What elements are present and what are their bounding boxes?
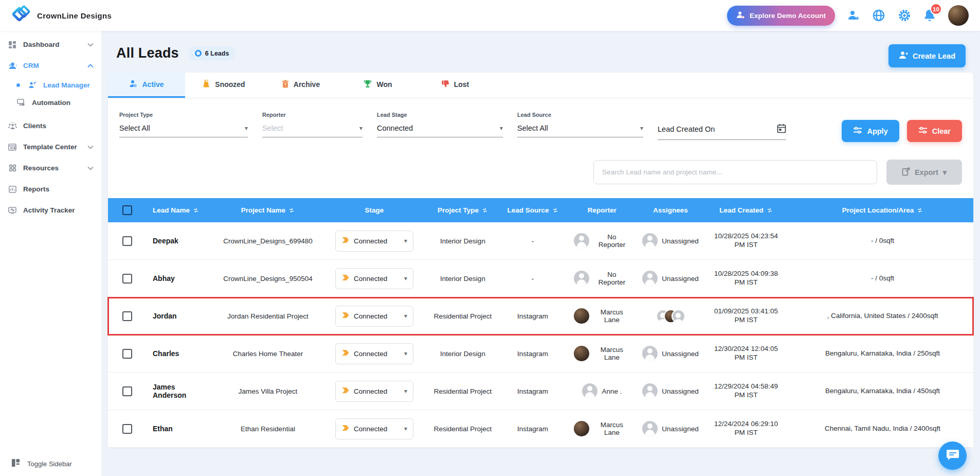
column-project-type[interactable]: Project Type xyxy=(438,206,479,214)
sidebar-item-activity-tracker[interactable]: Activity Tracker xyxy=(0,200,101,221)
explore-demo-account-button[interactable]: Explore Demo Account xyxy=(727,6,835,26)
lead-stage-filter-value: Connected xyxy=(377,124,413,132)
sidebar-item-template-center[interactable]: Template Center xyxy=(0,136,101,157)
project-name: CrownLine_Designs_699480 xyxy=(211,235,325,247)
chevron-down-icon: ▾ xyxy=(404,237,407,244)
apply-label: Apply xyxy=(867,127,887,135)
toggle-sidebar-button[interactable]: Toggle Sidebar xyxy=(0,459,101,469)
sort-icon[interactable] xyxy=(193,208,199,213)
row-checkbox[interactable] xyxy=(122,349,132,359)
stage-tag-icon xyxy=(341,387,350,395)
project-location: Bengaluru, Karnataka, India / 250sqft xyxy=(825,349,940,358)
row-checkbox[interactable] xyxy=(122,424,132,434)
reporter-name: No Reporter xyxy=(593,233,630,249)
apply-filters-button[interactable]: Apply xyxy=(842,120,899,142)
column-lead-name[interactable]: Lead Name xyxy=(153,206,190,214)
tab-lost[interactable]: Lost xyxy=(416,73,494,98)
tab-archive[interactable]: Archive xyxy=(262,73,339,98)
sidebar-item-automation[interactable]: Automation xyxy=(0,94,101,111)
brand-logo[interactable]: CrownLine Designs xyxy=(11,4,112,27)
trophy-icon xyxy=(364,80,372,90)
reporter-avatar-photo xyxy=(574,421,589,436)
sidebar-item-crm[interactable]: CRM xyxy=(0,55,101,76)
row-checkbox[interactable] xyxy=(122,386,132,396)
calendar-icon xyxy=(777,124,786,135)
row-checkbox[interactable] xyxy=(122,311,132,321)
tab-snoozed[interactable]: Snoozed xyxy=(185,73,262,98)
row-checkbox[interactable] xyxy=(122,236,132,246)
sort-icon[interactable] xyxy=(553,208,558,213)
gear-icon[interactable] xyxy=(898,9,911,22)
chevron-up-icon xyxy=(87,64,94,68)
sidebar-item-lead-manager[interactable]: Lead Manager xyxy=(0,76,101,94)
stage-dropdown[interactable]: Connected▾ xyxy=(335,343,413,364)
lead-source: Instagram xyxy=(502,423,564,435)
assignee-avatar-placeholder xyxy=(672,309,685,323)
active-person-icon xyxy=(129,80,137,89)
column-lead-created[interactable]: Lead Created xyxy=(719,206,764,214)
table-row[interactable]: Ethan Ethan Residential Connected▾ Resid… xyxy=(108,410,973,448)
lead-created-on-datepicker[interactable]: Lead Created On xyxy=(658,124,786,140)
stage-dropdown[interactable]: Connected▾ xyxy=(335,418,413,439)
explore-demo-label: Explore Demo Account xyxy=(750,12,826,20)
stage-dropdown[interactable]: Connected▾ xyxy=(335,306,413,327)
dashboard-grid-icon xyxy=(8,41,17,49)
lead-name: Ethan xyxy=(147,422,198,435)
stage-dropdown[interactable]: Connected▾ xyxy=(335,268,413,289)
table-row-highlighted[interactable]: Jordan Jordan Residential Project Connec… xyxy=(108,297,973,335)
notifications-bell-icon[interactable]: 10 xyxy=(923,9,936,22)
sliders-icon xyxy=(853,126,862,136)
snooze-bell-icon xyxy=(202,80,210,90)
export-button[interactable]: Export ▾ xyxy=(886,160,962,185)
project-type: Interior Design xyxy=(424,273,502,285)
reporter-filter-label: Reporter xyxy=(262,112,362,118)
table-row[interactable]: James Anderson James Villa Project Conne… xyxy=(108,373,973,410)
lead-name: Abhay xyxy=(147,272,198,285)
table-row[interactable]: Deepak CrownLine_Designs_699480 Connecte… xyxy=(108,222,973,260)
clear-filters-button[interactable]: Clear xyxy=(907,120,962,142)
export-icon xyxy=(902,167,910,178)
column-lead-source[interactable]: Lead Source xyxy=(507,206,549,214)
project-type-filter-select[interactable]: Select All ▾ xyxy=(119,124,248,137)
stage-dropdown[interactable]: Connected▾ xyxy=(335,231,413,252)
main-content: All Leads 6 Leads Create Lead Active S xyxy=(101,31,980,476)
column-project-name[interactable]: Project Name xyxy=(241,206,285,214)
add-user-icon[interactable] xyxy=(847,9,860,22)
column-assignees[interactable]: Assignees xyxy=(653,206,688,214)
chevron-down-icon: ▾ xyxy=(943,168,947,177)
table-row[interactable]: Abhay CrownLine_Designs_950504 Connected… xyxy=(108,260,973,297)
project-location: - / 0sqft xyxy=(871,274,894,283)
lead-name: James Anderson xyxy=(147,381,198,401)
lead-stage-filter-select[interactable]: Connected ▾ xyxy=(377,124,503,137)
user-avatar[interactable] xyxy=(948,5,969,26)
sort-icon[interactable] xyxy=(289,208,295,213)
crm-people-icon xyxy=(8,62,17,70)
row-checkbox[interactable] xyxy=(122,274,132,284)
globe-icon[interactable] xyxy=(872,9,885,22)
reporter-filter-select[interactable]: Select ▾ xyxy=(262,124,362,137)
stage-tag-icon xyxy=(341,237,350,245)
search-input[interactable] xyxy=(593,160,877,184)
lead-created: 12/30/2024 12:04:05PM IST xyxy=(700,343,792,364)
sidebar-item-reports[interactable]: Reports xyxy=(0,179,101,200)
tab-active[interactable]: Active xyxy=(108,73,185,98)
sort-icon[interactable] xyxy=(482,208,488,213)
tab-label: Active xyxy=(142,80,164,89)
sidebar-item-clients[interactable]: Clients xyxy=(0,115,101,136)
sort-icon[interactable] xyxy=(917,208,923,213)
add-user-icon xyxy=(899,51,908,61)
create-lead-button[interactable]: Create Lead xyxy=(888,44,966,67)
lead-source-filter-select[interactable]: Select All ▾ xyxy=(517,124,643,137)
chat-widget-button[interactable] xyxy=(938,442,967,470)
sidebar-item-resources[interactable]: Resources xyxy=(0,157,101,179)
tab-won[interactable]: Won xyxy=(339,73,416,98)
select-all-checkbox[interactable] xyxy=(122,205,132,215)
column-location[interactable]: Project Location/Area xyxy=(842,206,914,214)
sort-icon[interactable] xyxy=(767,208,773,213)
column-stage[interactable]: Stage xyxy=(365,206,384,214)
stage-dropdown[interactable]: Connected▾ xyxy=(335,381,413,402)
column-reporter[interactable]: Reporter xyxy=(588,206,616,214)
sidebar-item-dashboard[interactable]: Dashboard xyxy=(0,34,101,55)
table-row[interactable]: Charles Charles Home Theater Connected▾ … xyxy=(108,335,973,373)
table-header: Lead Name Project Name Stage Project Typ… xyxy=(108,198,973,222)
